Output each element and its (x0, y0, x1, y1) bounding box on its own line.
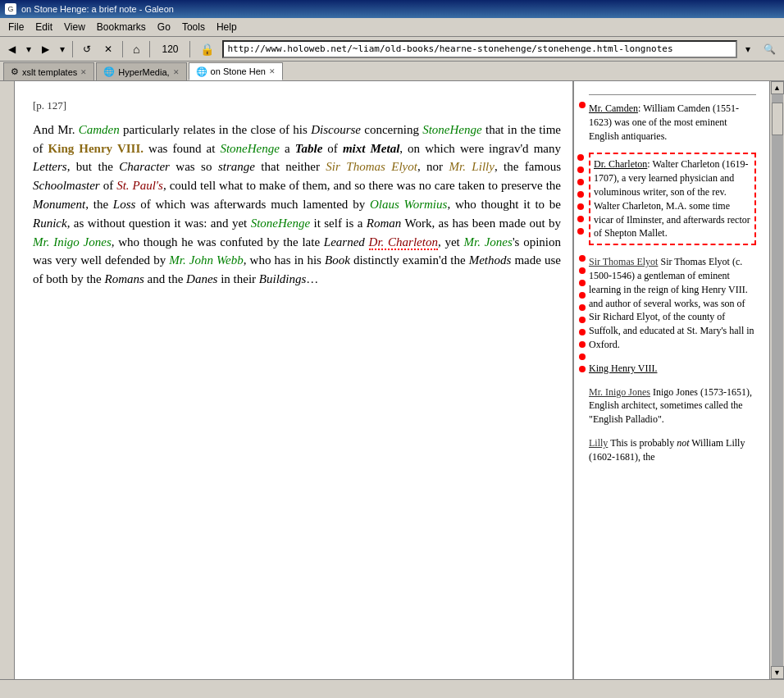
note-camden-name[interactable]: Mr. Camden (589, 103, 638, 114)
note-henry8: King Henry VIII. (589, 362, 756, 376)
dot (579, 304, 586, 311)
dot (577, 167, 584, 173)
security-button[interactable]: 🔒 (195, 39, 219, 59)
note-elyot-dots (579, 255, 586, 372)
tab-stonehenge-label: on Stone Hen (211, 66, 266, 76)
note-charleton: Dr. Charleton: Walter Charleton (1619-17… (589, 153, 756, 245)
dot (577, 228, 584, 235)
tab-stonehenge[interactable]: 🌐 on Stone Hen ✕ (189, 62, 283, 80)
toolbar-separator-1 (72, 41, 73, 57)
link-stpauls[interactable]: St. Paul's (116, 179, 163, 192)
tabbar: ⚙ xslt templates ✕ 🌐 HyperMedia, ✕ 🌐 on … (0, 62, 784, 81)
home-button[interactable]: ⌂ (128, 39, 144, 59)
menu-go[interactable]: Go (153, 20, 175, 34)
right-panel: Mr. Camden: William Camden (1551-1623) w… (574, 81, 764, 679)
scroll-up-button[interactable]: ▲ (771, 81, 784, 94)
content-area: [p. 127] And Mr. Camden particularly rel… (15, 81, 769, 679)
dot (579, 102, 586, 108)
note-inigo: Mr. Inigo Jones Inigo Jones (1573-1651),… (589, 385, 756, 427)
scroll-down-button[interactable]: ▼ (771, 666, 784, 679)
page-number: [p. 127] (33, 98, 561, 114)
dot (577, 216, 584, 222)
back-button[interactable]: ◀ (3, 39, 21, 59)
tab-xslt-close[interactable]: ✕ (80, 68, 87, 76)
dot (577, 191, 584, 198)
scrollbar-right[interactable]: ▲ ▼ (769, 81, 784, 679)
zoom-input[interactable] (155, 39, 185, 59)
menu-file[interactable]: File (3, 20, 29, 34)
titlebar: G on Stone Henge: a brief note - Galeon (0, 0, 784, 18)
note-elyot-text: Sir Thomas Elyot (c. 1500-1546) a gentle… (589, 256, 754, 350)
dot (579, 341, 586, 348)
tab-xslt-icon: ⚙ (11, 66, 19, 77)
note-lilly-name[interactable]: Lilly (589, 437, 608, 449)
note-lilly: Lilly This is probably not William Lilly… (589, 436, 756, 464)
main-body-text: And Mr. Camden particularly relates in t… (33, 121, 561, 289)
note-camden-dots (579, 102, 586, 108)
forward-button[interactable]: ▶ (37, 39, 54, 59)
main-container: [p. 127] And Mr. Camden particularly rel… (0, 81, 784, 679)
menu-edit[interactable]: Edit (30, 20, 57, 34)
dot (577, 154, 584, 161)
link-camden[interactable]: Camden (79, 123, 120, 136)
link-olaus[interactable]: Olaus Wormius (370, 198, 447, 211)
right-panel-divider (589, 94, 756, 95)
tab-hypermedia-label: HyperMedia, (118, 67, 169, 77)
url-input[interactable]: http://www.holoweb.net/~liam/old-books/h… (222, 40, 737, 58)
note-henry8-name[interactable]: King Henry VIII. (589, 363, 657, 374)
dot (579, 329, 586, 335)
tab-hypermedia[interactable]: 🌐 HyperMedia, ✕ (96, 62, 186, 80)
link-jones2[interactable]: Mr. Jones (464, 235, 513, 249)
window-title: on Stone Henge: a brief note - Galeon (21, 4, 174, 14)
dot (579, 317, 586, 323)
dot (579, 292, 586, 299)
toolbar-separator-2 (122, 41, 123, 57)
dot (577, 203, 584, 210)
link-inigo[interactable]: Mr. Inigo Jones (33, 235, 112, 249)
note-charleton-text: Walter Charleton (1619-1707), a very lea… (594, 158, 750, 239)
tab-xslt-label: xslt templates (22, 67, 77, 77)
stop-button[interactable]: ✕ (99, 39, 117, 59)
dot (577, 179, 584, 185)
back-dropdown[interactable]: ▾ (24, 39, 34, 59)
dot (579, 354, 586, 360)
note-lilly-text: This is probably not William Lilly (1602… (589, 437, 745, 463)
menu-help[interactable]: Help (212, 20, 242, 34)
tab-stonehenge-close[interactable]: ✕ (269, 67, 276, 75)
link-stonehenge-2[interactable]: StoneHenge (220, 142, 279, 155)
menubar: File Edit View Bookmarks Go Tools Help (0, 18, 784, 37)
tab-stonehenge-icon: 🌐 (196, 66, 207, 77)
dot (579, 267, 586, 274)
app-icon: G (5, 3, 16, 15)
link-webb[interactable]: Mr. John Webb (169, 253, 244, 267)
toolbar-separator-4 (189, 41, 190, 57)
toolbar-separator-3 (149, 41, 150, 57)
statusbar (0, 679, 784, 696)
note-inigo-name[interactable]: Mr. Inigo Jones (589, 386, 650, 398)
note-elyot: Sir Thomas Elyot Sir Thomas Elyot (c. 15… (589, 255, 756, 352)
url-dropdown[interactable]: ▾ (741, 39, 755, 59)
reload-button[interactable]: ↺ (78, 39, 96, 59)
dot (579, 255, 586, 262)
note-camden: Mr. Camden: William Camden (1551-1623) w… (589, 102, 756, 143)
tab-hypermedia-close[interactable]: ✕ (173, 68, 180, 76)
dot (579, 366, 586, 372)
link-stonehenge-1[interactable]: StoneHenge (422, 123, 481, 136)
scrollbar-left (0, 81, 15, 679)
menu-view[interactable]: View (59, 20, 90, 34)
toolbar: ◀ ▾ ▶ ▾ ↺ ✕ ⌂ 🔒 http://www.holoweb.net/~… (0, 37, 784, 62)
menu-bookmarks[interactable]: Bookmarks (92, 20, 151, 34)
tab-xslt[interactable]: ⚙ xslt templates ✕ (3, 62, 94, 80)
scroll-thumb[interactable] (772, 103, 783, 135)
menu-tools[interactable]: Tools (177, 20, 210, 34)
main-text: [p. 127] And Mr. Camden particularly rel… (15, 81, 574, 679)
note-elyot-name[interactable]: Sir Thomas Elyot (589, 256, 658, 267)
link-stonehenge-3[interactable]: StoneHenge (251, 217, 310, 230)
link-charleton[interactable]: Dr. Charleton (369, 235, 438, 250)
note-charleton-dots (577, 154, 584, 235)
dot (579, 280, 586, 286)
forward-dropdown[interactable]: ▾ (57, 39, 67, 59)
scroll-track (772, 94, 783, 666)
search-button[interactable]: 🔍 (759, 39, 781, 59)
note-charleton-name[interactable]: Dr. Charleton (594, 158, 647, 170)
